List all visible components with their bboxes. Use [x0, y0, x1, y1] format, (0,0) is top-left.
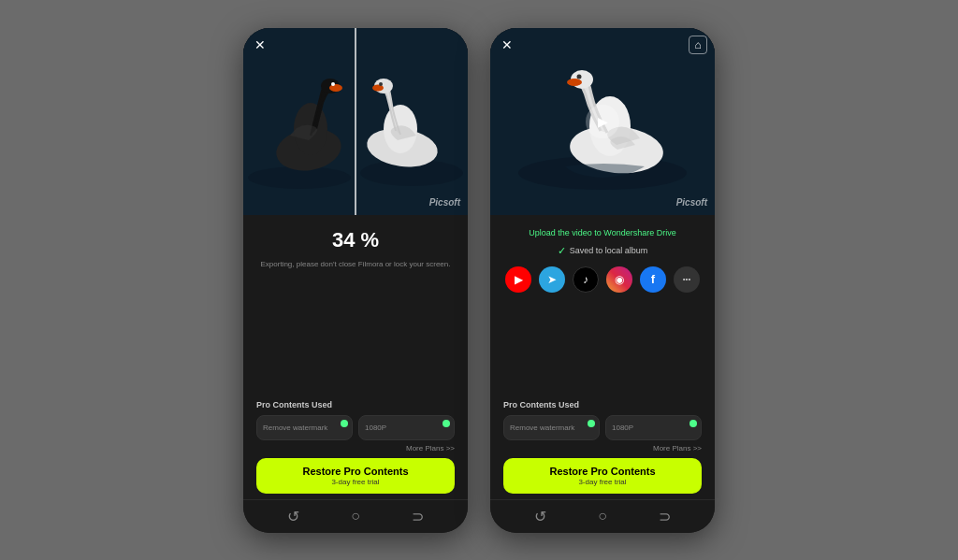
upload-link[interactable]: Upload the video to Wondershare Drive [503, 228, 702, 237]
close-button-right[interactable]: ✕ [498, 36, 516, 54]
phone-left-image-area: ✕ Picsoft [243, 28, 468, 215]
export-percent: 34 % [256, 228, 455, 252]
pro-options-left: Remove watermark 1080P [256, 415, 455, 440]
upload-link-text: Upload the video to Wondershare Drive [529, 228, 675, 237]
phone-right-screen: ✕ ⌂ Picsoft ▶ Upload the video to Wonder… [490, 28, 715, 533]
home-button-right[interactable]: ⌂ [689, 36, 707, 54]
export-note: Exporting, please don't close Filmora or… [256, 260, 455, 268]
svg-point-18 [567, 79, 582, 86]
pro-option-1080p-right[interactable]: 1080P [605, 415, 702, 440]
comparison-divider [355, 28, 356, 215]
nav-bar-left: ↺ ○ ⊃ [243, 499, 468, 533]
restore-btn-title-left: Restore Pro Contents [302, 466, 408, 477]
swan-background-left [243, 28, 468, 215]
nav-bar-right: ↺ ○ ⊃ [490, 499, 715, 533]
svg-point-12 [379, 82, 383, 86]
share-facebook[interactable]: f [640, 266, 666, 293]
close-button-left[interactable]: ✕ [251, 36, 269, 54]
play-button-right[interactable]: ▶ [586, 105, 619, 138]
pro-contents-label-right: Pro Contents Used [503, 400, 702, 409]
desktop: ✕ Picsoft 34 % Exporting, please don't c… [0, 0, 958, 560]
check-icon: ✓ [558, 245, 566, 257]
content-area-left: 34 % Exporting, please don't close Filmo… [243, 215, 468, 499]
share-more[interactable]: ••• [674, 266, 700, 293]
green-dot-1-right [588, 420, 595, 427]
svg-point-19 [577, 74, 582, 79]
restore-btn-title-right: Restore Pro Contents [549, 466, 655, 477]
phone-left: ✕ Picsoft 34 % Exporting, please don't c… [243, 28, 468, 533]
nav-home-right[interactable]: ○ [598, 508, 607, 524]
more-plans-left[interactable]: More Plans >> [256, 444, 455, 452]
green-dot-1-left [341, 420, 348, 427]
pro-contents-section-left: Pro Contents Used Remove watermark 1080P… [256, 400, 455, 494]
green-dot-2-right [689, 420, 697, 427]
share-tiktok[interactable]: ♪ [573, 266, 599, 293]
green-dot-2-left [443, 420, 450, 427]
phone-right-image-area: ✕ ⌂ Picsoft ▶ [490, 28, 715, 215]
more-plans-right[interactable]: More Plans >> [503, 444, 702, 452]
restore-btn-sub-left: 3-day free trial [331, 478, 379, 486]
saved-label: Saved to local album [570, 246, 648, 255]
option-1080p-label-left: 1080P [365, 424, 386, 432]
phone-right: ✕ ⌂ Picsoft ▶ Upload the video to Wonder… [490, 28, 715, 533]
option-watermark-label-right: Remove watermark [510, 424, 574, 432]
pro-contents-label-left: Pro Contents Used [256, 400, 455, 409]
share-instagram[interactable]: ◉ [606, 266, 632, 293]
share-youtube[interactable]: ▶ [505, 266, 531, 293]
pro-option-1080p-left[interactable]: 1080P [358, 415, 455, 440]
nav-refresh-right[interactable]: ↺ [534, 508, 546, 525]
option-watermark-label-left: Remove watermark [263, 424, 327, 432]
pro-options-right: Remove watermark 1080P [503, 415, 702, 440]
content-area-right: Upload the video to Wondershare Drive ✓ … [490, 215, 715, 499]
nav-refresh-left[interactable]: ↺ [287, 508, 299, 525]
pro-contents-section-right: Pro Contents Used Remove watermark 1080P… [503, 400, 702, 494]
pro-option-watermark-right[interactable]: Remove watermark [503, 415, 600, 440]
watermark-left: Picsoft [429, 197, 460, 208]
phone-left-screen: ✕ Picsoft 34 % Exporting, please don't c… [243, 28, 468, 533]
nav-back-right[interactable]: ⊃ [659, 508, 671, 525]
restore-button-left[interactable]: Restore Pro Contents 3-day free trial [256, 458, 455, 494]
svg-point-7 [331, 82, 335, 86]
share-icons-row: ▶ ➤ ♪ ◉ f ••• [503, 266, 702, 293]
restore-btn-sub-right: 3-day free trial [578, 478, 626, 486]
restore-button-right[interactable]: Restore Pro Contents 3-day free trial [503, 458, 702, 494]
share-telegram[interactable]: ➤ [539, 266, 565, 293]
option-1080p-label-right: 1080P [612, 424, 633, 432]
watermark-right: Picsoft [676, 197, 707, 208]
nav-back-left[interactable]: ⊃ [412, 508, 424, 525]
saved-badge: ✓ Saved to local album [503, 245, 702, 257]
nav-home-left[interactable]: ○ [351, 508, 360, 524]
pro-option-watermark-left[interactable]: Remove watermark [256, 415, 353, 440]
svg-point-6 [329, 84, 342, 92]
